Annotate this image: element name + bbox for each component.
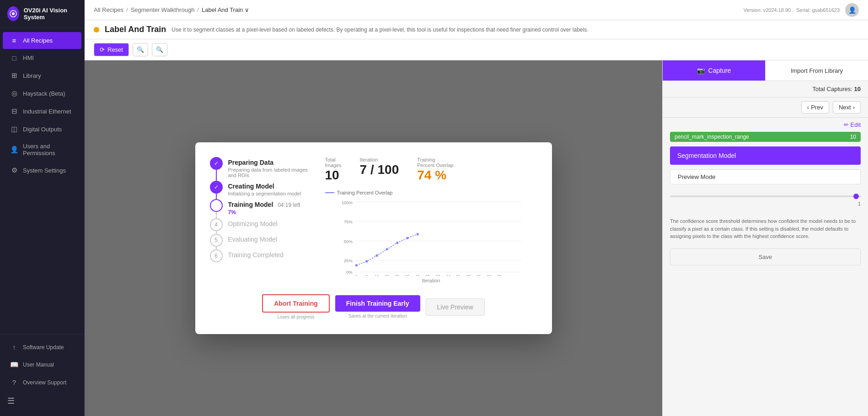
right-panel-info: Total Captures: 10: [663, 81, 868, 97]
total-captures-label: Total Captures:: [812, 86, 852, 92]
sidebar-item-hmi[interactable]: □ HMI: [3, 49, 81, 66]
sidebar-collapse-button[interactable]: ☰: [0, 391, 84, 411]
live-preview-button[interactable]: Live Preview: [426, 298, 485, 316]
topbar: All Recipes / Segmenter Walkthrough / La…: [85, 0, 868, 20]
right-panel-nav: ‹ Prev Next ›: [663, 97, 868, 118]
step-6-text: Training Completed: [228, 249, 284, 259]
svg-text:29: 29: [395, 274, 399, 276]
user-manual-icon: 📖: [10, 361, 18, 369]
stat-iteration: Iteration 7 / 100: [360, 157, 399, 183]
sidebar-item-user-manual[interactable]: 📖 User Manual: [3, 356, 81, 373]
svg-point-29: [355, 264, 357, 266]
toolbar: ⟳ Reset 🔍 🔍: [85, 39, 868, 60]
sidebar-item-label: All Recipes: [23, 37, 53, 44]
status-dot: [94, 27, 99, 32]
svg-text:78: 78: [466, 274, 471, 276]
step-4-label: Optimizing Model: [228, 220, 278, 227]
step-2-sublabel: Initializing a segmentation model: [228, 191, 301, 196]
sidebar-item-label: Users and Permissions: [23, 143, 74, 157]
chart-x-axis-label: Iteration: [325, 278, 537, 283]
step-1: ✓ Preparing Data Preparing data from lab…: [210, 157, 311, 178]
total-images-value: 10: [325, 168, 342, 183]
sidebar-item-overview-support[interactable]: ? Overview Support: [3, 374, 81, 391]
zoom-out-icon: 🔍: [156, 46, 163, 53]
user-avatar[interactable]: 👤: [845, 3, 859, 17]
finish-col: Finish Training Early Saves at the curre…: [335, 295, 420, 319]
right-panel-edit: ✏ Edit: [663, 118, 868, 132]
abort-training-button[interactable]: Abort Training: [262, 294, 330, 313]
industrial-ethernet-icon: ⊟: [10, 107, 18, 115]
abort-col: Abort Training Loses all progress: [262, 294, 330, 319]
legend-label: Training Percent Overlap: [337, 190, 393, 195]
prev-button[interactable]: ‹ Prev: [801, 101, 829, 113]
logo-icon: [7, 6, 19, 21]
app-logo: OV20i AI Vision System: [0, 0, 84, 28]
segmentation-model-label: Segmentation Model: [670, 146, 861, 165]
step-1-label: Preparing Data: [228, 159, 311, 166]
svg-text:99: 99: [497, 274, 502, 276]
breadcrumb-segmenter-walkthrough[interactable]: Segmenter Walkthrough: [131, 6, 195, 13]
version-label: Version: v2024.18.90: [744, 7, 791, 13]
right-panel-actions: 📷 Capture Import From Library: [663, 60, 868, 81]
breadcrumb-all-recipes[interactable]: All Recipes: [94, 6, 123, 13]
training-overlap-value: 74 %: [417, 168, 453, 183]
sidebar-item-system-settings[interactable]: ⚙ System Settings: [3, 162, 81, 179]
zoom-in-icon: 🔍: [137, 46, 144, 53]
sidebar-item-software-update[interactable]: ↑ Software Update: [3, 339, 81, 356]
chart-container: 100% 75% 50% 25% 0%: [325, 198, 537, 276]
step-6: 6 Training Completed: [210, 249, 311, 262]
sidebar-item-haystack[interactable]: ◎ Haystack (Beta): [3, 85, 81, 102]
svg-point-30: [365, 260, 368, 262]
save-button[interactable]: Save: [670, 249, 861, 265]
stat-total-images: TotalImages 10: [325, 157, 342, 183]
sidebar-item-industrial-ethernet[interactable]: ⊟ Industrial Ethernet: [3, 103, 81, 120]
reset-button[interactable]: ⟳ Reset: [94, 43, 129, 56]
finish-hint: Saves at the current iteration: [348, 313, 407, 319]
label-chip: pencil_mark_inspection_range 10: [670, 132, 861, 142]
zoom-out-button[interactable]: 🔍: [152, 43, 167, 56]
step-2: ✓ Creating Model Initializing a segmenta…: [210, 181, 311, 196]
step-5-icon: 5: [210, 234, 223, 247]
step-5: 5 Evaluating Model: [210, 234, 311, 247]
edit-link[interactable]: ✏ Edit: [844, 121, 861, 128]
chart-svg: 100% 75% 50% 25% 0%: [325, 198, 537, 276]
step-3-text: Training Model 04:19 left 7%: [228, 199, 300, 216]
step-2-text: Creating Model Initializing a segmentati…: [228, 181, 301, 196]
svg-point-33: [396, 242, 398, 244]
sidebar-item-library[interactable]: ⊞ Library: [3, 67, 81, 84]
all-recipes-icon: ≡: [10, 37, 18, 44]
slider-track[interactable]: [670, 195, 861, 197]
sidebar-item-users-permissions[interactable]: 👤 Users and Permissions: [3, 138, 81, 161]
page-header: Label And Train Use it to segment classe…: [85, 20, 868, 39]
main-content: All Recipes / Segmenter Walkthrough / La…: [85, 0, 868, 416]
capture-button[interactable]: 📷 Capture: [663, 60, 765, 81]
sidebar-item-label: HMI: [23, 54, 34, 61]
step-4-text: Optimizing Model: [228, 218, 278, 227]
next-button[interactable]: Next ›: [833, 101, 861, 113]
svg-text:75%: 75%: [343, 219, 353, 224]
sidebar-item-all-recipes[interactable]: ≡ All Recipes: [3, 32, 81, 49]
slider-thumb[interactable]: [853, 194, 859, 199]
digital-outputs-icon: ◫: [10, 125, 18, 133]
modal-steps: ✓ Preparing Data Preparing data from lab…: [210, 157, 311, 283]
sidebar-item-label: User Manual: [23, 362, 54, 368]
sidebar-item-digital-outputs[interactable]: ◫ Digital Outputs: [3, 120, 81, 138]
svg-text:22: 22: [385, 274, 389, 276]
svg-text:1: 1: [355, 274, 358, 276]
import-from-library-button[interactable]: Import From Library: [765, 60, 868, 81]
svg-text:15: 15: [375, 274, 379, 276]
breadcrumb-current: Label And Train ∨: [202, 6, 249, 13]
page-description: Use it to segment classes at a pixel-lev…: [171, 27, 859, 33]
svg-point-34: [406, 237, 408, 239]
finish-training-button[interactable]: Finish Training Early: [335, 295, 420, 312]
camera-icon: 📷: [697, 67, 705, 74]
step-2-icon: ✓: [210, 181, 223, 194]
hmi-icon: □: [10, 54, 18, 62]
chart-stats: TotalImages 10 Iteration 7 / 100 Trainin…: [325, 157, 537, 183]
sidebar-item-label: Haystack (Beta): [23, 90, 65, 97]
sidebar-item-label: Digital Outputs: [23, 126, 62, 133]
sidebar-item-label: Library: [23, 72, 41, 79]
training-overlap-label: TrainingPercent Overlap: [417, 157, 453, 168]
svg-text:8: 8: [365, 274, 368, 276]
zoom-in-button[interactable]: 🔍: [133, 43, 148, 56]
